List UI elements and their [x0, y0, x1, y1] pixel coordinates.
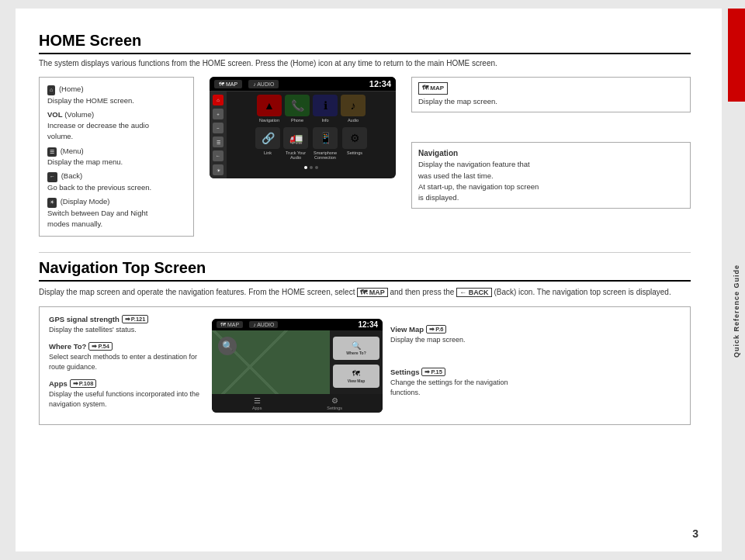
back-icon: ←	[47, 172, 57, 182]
viewmap-ann-item: View Map ➡ P.6 Display the map screen.	[390, 325, 522, 345]
nav-screen-section: Navigation Top Screen Display the map sc…	[39, 259, 691, 425]
nav-annotation-title: Navigation	[418, 147, 684, 159]
nav-annotation-box: Navigation Display the navigation featur…	[411, 142, 691, 209]
nav-icon-item[interactable]: ▲ Navigation	[257, 95, 282, 123]
nav-screen-time: 12:34	[358, 320, 378, 329]
whereto-ann-desc: Select search methods to enter a destina…	[49, 352, 204, 372]
info-item-display: ☀ (Display Mode) Switch between Day and …	[47, 196, 185, 230]
vol-up-button[interactable]: +	[213, 109, 224, 119]
info-item-home: ⌂ (Home) Display the HOME screen.	[47, 84, 185, 106]
map-annotation-label: 🗺 MAP	[418, 82, 684, 95]
viewmap-ann-desc: Display the map screen.	[390, 335, 522, 345]
nav-icon: ▲	[257, 95, 282, 116]
info-item-vol: VOL (Volume) Increase or decrease the au…	[47, 109, 185, 143]
nav-audio-tab[interactable]: ♪ AUDIO	[249, 321, 278, 328]
nav-screen-body: 🔍 🔍 Where To? 🗺 View Map	[212, 330, 383, 394]
truck-audio-icon-item[interactable]: 🚛 Truck Your Audio	[283, 127, 308, 160]
settings-bottom-button[interactable]: ⚙ Settings	[327, 396, 342, 410]
audio-tab[interactable]: ♪ AUDIO	[248, 80, 279, 88]
phone-icon-item[interactable]: 📞 Phone	[285, 95, 310, 123]
display-icon: ☀	[47, 198, 57, 208]
info-icon: ℹ	[313, 95, 338, 116]
dot-2	[310, 166, 313, 169]
map-select-badge: 🗺 MAP	[357, 288, 388, 297]
settings-bottom-icon: ⚙	[331, 396, 338, 405]
where-to-button[interactable]: 🔍 Where To?	[333, 337, 379, 360]
back-select-badge: ← BACK	[456, 288, 492, 297]
settings-ann-desc: Change the settings for the navigation f…	[390, 378, 522, 397]
nav-screen-wrap: 🗺 MAP ♪ AUDIO 12:34 🔍 🔍	[212, 319, 383, 413]
nav-screen-top: 🗺 MAP ♪ AUDIO 12:34	[212, 319, 383, 330]
screen-time: 12:34	[369, 79, 391, 88]
info-item-menu: ☰ (Menu) Display the map menu.	[47, 146, 185, 168]
gps-ann-title: GPS signal strength ➡ P.121	[49, 315, 204, 323]
nav-left-annotations: GPS signal strength ➡ P.121 Display the …	[49, 315, 204, 417]
settings-icon: ⚙	[342, 127, 367, 149]
view-map-button[interactable]: 🗺 View Map	[333, 365, 379, 388]
smartphone-icon: 📱	[313, 127, 338, 149]
home-info-box: ⌂ (Home) Display the HOME screen. VOL (V…	[39, 77, 194, 237]
home-screen-section: HOME Screen The system displays various …	[39, 32, 691, 237]
nav-screen-desc: Display the map screen and operate the n…	[39, 286, 691, 299]
screen-row-2: 🔗 Link 🚛 Truck Your Audio 📱 Smartphone C…	[230, 127, 393, 160]
info-icon-item[interactable]: ℹ Info	[313, 95, 338, 123]
screen-icons: ▲ Navigation 📞 Phone ℹ Info	[227, 92, 396, 178]
menu-icon: ☰	[47, 147, 57, 157]
menu-button[interactable]: ☰	[213, 137, 224, 147]
home-icon: ⌂	[47, 85, 55, 95]
nav-right-annotations: View Map ➡ P.6 Display the map screen. S…	[390, 325, 522, 407]
apps-bottom-button[interactable]: ☰ Apps	[252, 396, 262, 410]
page-content: HOME Screen The system displays various …	[16, 9, 722, 551]
page-number: 3	[692, 527, 698, 540]
home-screen-mockup: 🗺 MAP ♪ AUDIO 12:34 ⌂ + − ☰ ← ☀	[210, 77, 396, 178]
mode-button[interactable]: ☀	[213, 164, 224, 175]
nav-screen-map: 🔍	[212, 330, 330, 394]
map-tab[interactable]: 🗺 MAP	[214, 80, 242, 88]
phone-icon: 📞	[285, 95, 310, 116]
section-divider	[39, 252, 691, 253]
screen-row-1: ▲ Navigation 📞 Phone ℹ Info	[230, 95, 393, 123]
hondalink-icon: 🔗	[255, 127, 280, 149]
nav-screen-mockup: 🗺 MAP ♪ AUDIO 12:34 🔍 🔍	[212, 319, 383, 413]
right-annotations: 🗺 MAP Display the map screen. Navigation…	[411, 77, 691, 209]
apps-ref-badge: ➡ P.108	[70, 379, 97, 388]
nav-buttons-panel: 🔍 Where To? 🗺 View Map	[330, 330, 383, 394]
home-button[interactable]: ⌂	[213, 95, 224, 105]
gps-ann-desc: Display the satellites' status.	[49, 325, 204, 335]
whereto-ann-item: Where To? ➡ P.54 Select search methods t…	[49, 342, 204, 372]
back-button-screen[interactable]: ←	[213, 150, 224, 161]
map-annotation-box: 🗺 MAP Display the map screen.	[411, 77, 691, 112]
home-screen-desc: The system displays various functions fr…	[39, 59, 691, 67]
audio-icon-item[interactable]: ♪ Audio	[341, 95, 366, 123]
vol-down-button[interactable]: −	[213, 123, 224, 133]
apps-ann-title: Apps ➡ P.108	[49, 379, 204, 388]
settings-icon-item[interactable]: ⚙ Settings	[342, 127, 367, 160]
screen-left-buttons: ⌂ + − ☰ ← ☀	[210, 92, 227, 178]
apps-ann-desc: Display the useful functions incorporate…	[49, 389, 204, 409]
screen-side: ⌂ + − ☰ ← ☀ ▲ Navigation	[210, 92, 396, 178]
info-item-back: ← (Back) Go back to the previous screen.	[47, 171, 185, 193]
settings-ann-title: Settings ➡ P.15	[390, 368, 522, 376]
truck-audio-icon: 🚛	[283, 127, 308, 149]
dot-1	[304, 166, 307, 169]
home-screen-title: HOME Screen	[39, 32, 691, 54]
viewmap-ann-title: View Map ➡ P.6	[390, 325, 522, 334]
smartphone-icon-item[interactable]: 📱 Smartphone Connection	[311, 127, 339, 160]
viewmap-ref-badge: ➡ P.6	[426, 325, 446, 334]
map-search-icon: 🔍	[218, 337, 237, 355]
apps-ann-item: Apps ➡ P.108 Display the useful function…	[49, 379, 204, 409]
gps-ref-badge: ➡ P.121	[122, 315, 149, 323]
apps-bottom-icon: ☰	[254, 396, 261, 405]
screen-top-bar: 🗺 MAP ♪ AUDIO 12:34	[210, 77, 396, 92]
whereto-ref-badge: ➡ P.54	[88, 342, 112, 351]
hondalink-icon-item[interactable]: 🔗 Link	[255, 127, 280, 160]
map-annotation-desc: Display the map screen.	[418, 96, 684, 107]
settings-ann-item: Settings ➡ P.15 Change the settings for …	[390, 368, 522, 397]
nav-annotation-desc: Display the navigation feature thatwas u…	[418, 159, 684, 203]
home-content-area: ⌂ (Home) Display the HOME screen. VOL (V…	[39, 77, 691, 237]
nav-content-area: GPS signal strength ➡ P.121 Display the …	[39, 306, 691, 426]
map-badge: 🗺 MAP	[418, 82, 448, 95]
nav-map-tab[interactable]: 🗺 MAP	[217, 321, 243, 328]
dot-3	[315, 166, 318, 169]
screen-dots	[230, 164, 393, 171]
